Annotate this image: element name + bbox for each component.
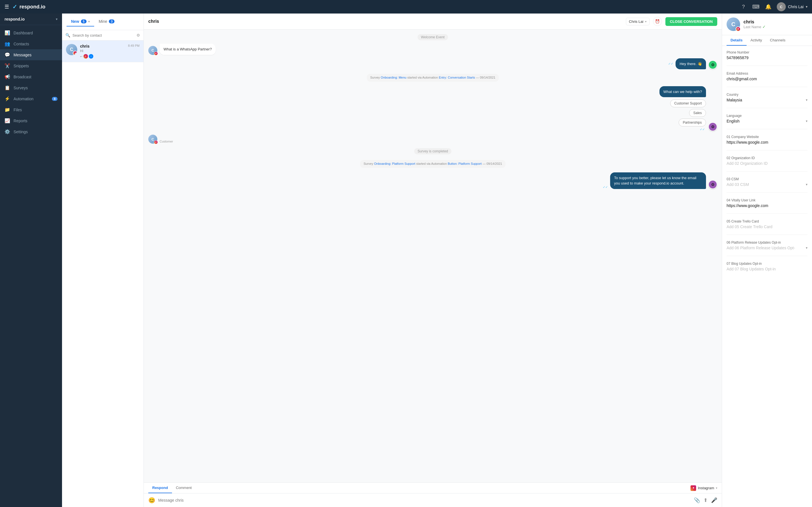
settings-icon: ⚙️ xyxy=(4,129,10,134)
sidebar-item-automation[interactable]: ⚡ Automation 8 xyxy=(0,93,62,104)
content-area: New 5 ▾ Mine 3 🔍 ⚙ C xyxy=(62,13,812,507)
divider xyxy=(726,235,808,235)
sidebar-item-label: Contacts xyxy=(13,42,29,46)
tab-mine-badge: 3 xyxy=(109,19,114,23)
field-blog-updates: 07 Blog Updates Opt-in Add 07 Blog Updat… xyxy=(726,262,808,271)
tab-new-chevron-icon: ▾ xyxy=(88,20,90,23)
filter-icon[interactable]: ⚙ xyxy=(137,33,140,38)
field-country-value: Malaysia xyxy=(726,98,742,102)
field-csm-label: 03 CSM xyxy=(726,177,808,181)
platform-release-select[interactable]: Add 06 Platform Release Updates Opt- ▾ xyxy=(726,245,808,250)
survey-completed-label: Survey is completed xyxy=(414,148,451,154)
compose-tab-comment[interactable]: Comment xyxy=(172,483,196,493)
compose-area: Respond Comment ✦ Instagram ▾ 😊 📎 ⬆ 🎤 xyxy=(144,483,722,507)
divider xyxy=(726,108,808,108)
automation-link-button[interactable]: Button: Platform Support xyxy=(448,162,481,165)
audio-icon[interactable]: 🎤 xyxy=(711,497,717,503)
tab-new-label: New xyxy=(71,19,79,24)
divider xyxy=(726,129,808,129)
sidebar-nav: 📊 Dashboard 👥 Contacts 💬 Messages ✂️ Sni… xyxy=(0,25,62,507)
divider xyxy=(726,171,808,172)
keyboard-icon[interactable]: ⌨ xyxy=(752,3,760,11)
channel-badge-ig: ✦ xyxy=(73,51,77,55)
csm-chevron-icon: ▾ xyxy=(806,182,808,186)
bot-question-bubble: What can we help with? xyxy=(659,86,706,98)
field-company-website-value: https://www.google.com xyxy=(726,140,808,145)
sidebar-item-settings[interactable]: ⚙️ Settings xyxy=(0,126,62,137)
sidebar-item-broadcast[interactable]: 📢 Broadcast xyxy=(0,71,62,82)
field-csm-value: Add 03 CSM xyxy=(726,182,749,187)
conversation-list: New 5 ▾ Mine 3 🔍 ⚙ C xyxy=(62,13,144,507)
contact-info: chris Last Name ✓ xyxy=(744,19,766,29)
field-org-id-value: Add 02 Organization ID xyxy=(726,161,808,166)
compose-tabs: Respond Comment ✦ Instagram ▾ xyxy=(144,483,722,494)
read-checkmarks: ✓✓ xyxy=(700,128,705,131)
sidebar-item-snippets[interactable]: ✂️ Snippets xyxy=(0,60,62,71)
tab-new-badge: 5 xyxy=(81,19,87,23)
right-panel: C ✦ chris Last Name ✓ Details Activity C… xyxy=(722,13,812,507)
compose-input[interactable] xyxy=(158,498,691,503)
system-event-row-2: Survey Onboarding: Platform Support star… xyxy=(148,160,717,168)
field-platform-release-value: Add 06 Platform Release Updates Opt- xyxy=(726,245,795,250)
message-row-incoming: C ✦ What is a WhatsApp Partner? xyxy=(148,44,717,55)
assignee-selector[interactable]: Chris Lai ▾ xyxy=(626,18,650,25)
chat-header: chris Chris Lai ▾ ⏰ CLOSE CONVERSATION xyxy=(144,13,722,30)
upload-icon[interactable]: ⬆ xyxy=(703,497,708,503)
field-country: Country Malaysia ▾ xyxy=(726,93,808,102)
sidebar-item-messages[interactable]: 💬 Messages xyxy=(0,49,62,60)
field-language: Language English ▾ xyxy=(726,114,808,123)
field-trello-value: Add 05 Create Trello Card xyxy=(726,224,808,229)
field-language-label: Language xyxy=(726,114,808,118)
chat-area: chris Chris Lai ▾ ⏰ CLOSE CONVERSATION W… xyxy=(144,13,722,507)
tab-details[interactable]: Details xyxy=(726,35,747,46)
notifications-icon[interactable]: 🔔 xyxy=(764,3,772,11)
field-org-id-label: 02 Organization ID xyxy=(726,156,808,160)
compose-tab-respond[interactable]: Respond xyxy=(148,483,172,493)
field-vitally: 04 Vitally User Link https://www.google.… xyxy=(726,198,808,208)
automation-link-entry[interactable]: Entry: Conversation Starts xyxy=(439,76,475,79)
tab-activity[interactable]: Activity xyxy=(747,35,766,46)
language-chevron-icon: ▾ xyxy=(806,119,808,123)
sender-avatar: C ✦ xyxy=(148,135,157,144)
support-checkmarks: ✓✓ xyxy=(603,185,608,189)
user-badge[interactable]: C Chris Lai ▾ xyxy=(777,2,808,11)
attachment-icon[interactable]: 📎 xyxy=(694,497,700,503)
emoji-button[interactable]: 😊 xyxy=(148,497,155,504)
sidebar-item-files[interactable]: 📁 Files xyxy=(0,104,62,115)
avatar: C xyxy=(777,2,786,11)
workspace-selector[interactable]: respond.io ▾ xyxy=(0,13,62,25)
tab-mine[interactable]: Mine 3 xyxy=(94,17,119,26)
sidebar-item-surveys[interactable]: 📋 Surveys xyxy=(0,82,62,93)
broadcast-icon: 📢 xyxy=(4,74,10,79)
field-blog-updates-label: 07 Blog Updates Opt-in xyxy=(726,262,808,266)
hamburger-menu[interactable]: ☰ xyxy=(4,4,9,10)
survey-link-platform[interactable]: Onboarding: Platform Support xyxy=(374,162,415,165)
sidebar-item-dashboard[interactable]: 📊 Dashboard xyxy=(0,27,62,38)
close-conversation-button[interactable]: CLOSE CONVERSATION xyxy=(665,17,717,26)
tab-new[interactable]: New 5 ▾ xyxy=(66,17,94,26)
country-select[interactable]: Malaysia ▾ xyxy=(726,98,808,102)
divider xyxy=(726,87,808,87)
search-input[interactable] xyxy=(72,33,134,38)
platform-release-chevron-icon: ▾ xyxy=(806,246,808,250)
main-layout: respond.io ▾ 📊 Dashboard 👥 Contacts 💬 Me… xyxy=(0,13,812,507)
survey-link-onboarding[interactable]: Onboarding: Menu xyxy=(380,76,406,79)
snooze-button[interactable]: ⏰ xyxy=(653,17,662,26)
sidebar-item-contacts[interactable]: 👥 Contacts xyxy=(0,38,62,49)
conversation-item[interactable]: C ✦ chris 8:49 PM Hi ↩ ✦ f xyxy=(62,41,144,62)
help-icon[interactable]: ? xyxy=(740,3,748,11)
language-select[interactable]: English ▾ xyxy=(726,119,808,123)
csm-select[interactable]: Add 03 CSM ▾ xyxy=(726,182,808,187)
nav-right: ? ⌨ 🔔 C Chris Lai ▾ xyxy=(740,2,808,11)
conv-preview: Hi xyxy=(80,49,140,53)
system-event-text: Survey Onboarding: Menu started via Auto… xyxy=(367,74,499,82)
conv-avatar: C ✦ xyxy=(66,44,77,55)
sidebar-item-reports[interactable]: 📈 Reports xyxy=(0,115,62,126)
tab-channels[interactable]: Channels xyxy=(766,35,790,46)
contact-ig-badge: ✦ xyxy=(735,26,741,32)
channel-selector[interactable]: ✦ Instagram ▾ xyxy=(691,483,717,493)
conv-list-header: New 5 ▾ Mine 3 xyxy=(62,13,144,30)
bot-support-inner: ✓✓ To support you better, please let us … xyxy=(603,172,706,189)
bot-avatar: ⚙ xyxy=(708,60,717,69)
field-phone-label: Phone Number xyxy=(726,50,808,54)
